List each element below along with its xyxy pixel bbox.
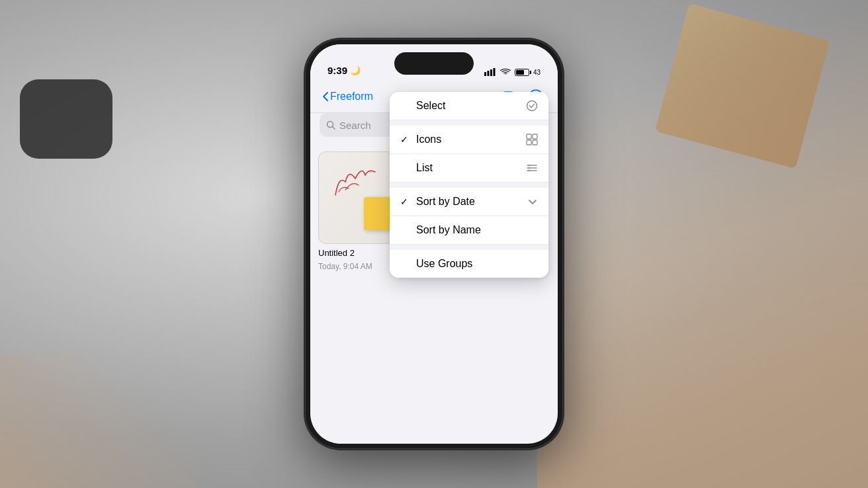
chevron-down-icon [527,196,538,207]
sort-date-label: Sort by Date [416,196,475,208]
list-label: List [416,162,433,174]
sort-name-label: Sort by Name [416,224,481,236]
dropdown-overlay: ✓ Select ✓ Icons [310,44,558,444]
bg-decoration-right [655,3,830,169]
scene: 9:39 🌙 [0,0,868,488]
select-icon [526,100,538,112]
menu-separator-2 [390,183,548,188]
menu-separator-1 [390,120,548,126]
menu-item-sort-date[interactable]: ✓ Sort by Date [390,188,548,216]
grid-icon [526,134,538,145]
menu-item-icons[interactable]: ✓ Icons [390,126,548,154]
svg-point-21 [529,170,530,171]
svg-rect-12 [527,134,531,139]
use-groups-label: Use Groups [416,258,472,270]
svg-point-11 [527,101,537,111]
hand-overlay-left [0,356,198,488]
icons-checkmark: ✓ [400,134,411,145]
select-label: Select [416,100,445,112]
dropdown-menu: ✓ Select ✓ Icons [390,92,548,278]
menu-item-sort-name[interactable]: ✓ Sort by Name [390,216,548,245]
menu-item-use-groups[interactable]: ✓ Use Groups [390,250,548,278]
list-icon [526,162,538,174]
bg-decoration-left [20,79,112,159]
svg-point-19 [529,165,530,166]
svg-rect-14 [527,140,531,145]
menu-separator-3 [390,245,548,250]
menu-item-select[interactable]: ✓ Select [390,92,548,120]
icons-label: Icons [416,134,441,145]
svg-rect-15 [533,140,537,145]
svg-point-20 [529,167,530,169]
phone-screen: 9:39 🌙 [310,44,558,444]
sort-date-checkmark: ✓ [400,196,411,207]
menu-item-list[interactable]: ✓ List [390,154,548,183]
svg-rect-13 [533,134,537,139]
dynamic-island [394,52,474,75]
phone-frame: 9:39 🌙 [305,39,563,449]
